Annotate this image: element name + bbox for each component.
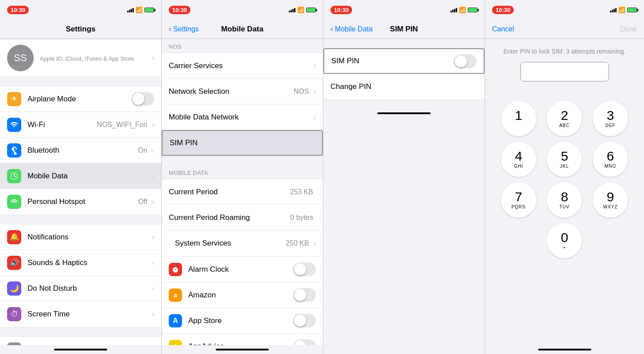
wifi-icon-3: 📶 [459, 7, 466, 13]
simpin-change-pin[interactable]: Change PIN [323, 74, 485, 100]
mobile-data-usage-group: Current Period 253 KB Current Period Roa… [162, 179, 323, 257]
settings-list: SS Apple ID, iCloud, iTunes & App Store … [0, 39, 161, 345]
mobiledata-back-label: Settings [173, 25, 199, 33]
amazon-label: Amazon [188, 291, 216, 300]
sounds-icon: 🔊 [7, 256, 21, 270]
change-pin-label: Change PIN [330, 82, 372, 91]
wifi-value: NOS_WIFI_Fon [97, 121, 147, 129]
donotdisturb-icon: 🌙 [7, 281, 21, 296]
settings-group-1: ✈ Airplane Mode Wi-Fi NOS_WIFI_Fon › [0, 86, 161, 215]
current-roaming-label: Current Period Roaming [169, 213, 250, 222]
md-mobile-data-network[interactable]: Mobile Data Network › [162, 104, 323, 130]
mobiledata-icon [7, 169, 21, 183]
md-simpin[interactable]: SIM PIN › [162, 130, 323, 156]
current-roaming-value: 0 bytes [290, 214, 313, 222]
simpin-toggle-row[interactable]: SIM PIN [323, 48, 485, 74]
wifi-icon-1: 📶 [136, 7, 143, 13]
appadvice-icon: ★ [169, 340, 182, 346]
mobiledata-chevron: › [152, 172, 154, 180]
key-2[interactable]: 2 ABC [547, 101, 582, 136]
md-alarm-clock[interactable]: ⏰ Alarm Clock [162, 257, 323, 282]
md-amazon[interactable]: a Amazon [162, 282, 323, 308]
settings-item-mobiledata[interactable]: Mobile Data › [0, 163, 161, 189]
app-store-toggle[interactable] [293, 314, 316, 327]
md-app-store[interactable]: A App Store [162, 308, 323, 334]
wifi-icon-4: 📶 [618, 7, 625, 13]
md-carrier-services[interactable]: Carrier Services › [162, 53, 323, 79]
key-7[interactable]: 7 PQRS [501, 182, 536, 218]
key-9[interactable]: 9 WXYZ [593, 182, 628, 218]
status-icons-4: 📶 [610, 7, 637, 13]
key-3[interactable]: 3 DEF [593, 101, 628, 136]
settings-item-notifications[interactable]: 🔔 Notifications › [0, 224, 161, 250]
app-store-label: App Store [188, 316, 222, 325]
status-bar-3: 10:30 📶 [323, 0, 485, 19]
wifi-settings-icon [7, 118, 21, 132]
key-8[interactable]: 8 TUV [547, 182, 582, 218]
simpin-title: SIM PIN [390, 25, 418, 34]
amazon-icon: a [169, 289, 182, 302]
profile-subtitle: Apple ID, iCloud, iTunes & App Store [40, 55, 152, 62]
pin-instruction: Enter PIN to lock SIM. 3 attempts remain… [494, 48, 634, 55]
status-bar-2: 10:30 📶 [162, 0, 323, 19]
key-6[interactable]: 6 MNO [593, 142, 628, 177]
md-network-selection[interactable]: Network Selection NOS › [162, 79, 323, 104]
status-icons-3: 📶 [450, 7, 477, 13]
settings-item-airplane[interactable]: ✈ Airplane Mode [0, 86, 161, 112]
amazon-toggle[interactable] [293, 288, 316, 302]
simpin-toggle[interactable] [454, 54, 477, 68]
settings-item-screentime[interactable]: ⏱ Screen Time › [0, 301, 161, 327]
profile-item[interactable]: SS Apple ID, iCloud, iTunes & App Store … [0, 39, 161, 77]
pin-input-field[interactable] [520, 62, 609, 81]
nos-label: NOS [162, 39, 323, 53]
settings-item-sounds[interactable]: 🔊 Sounds & Haptics › [0, 250, 161, 276]
md-current-period-roaming: Current Period Roaming 0 bytes [162, 205, 323, 231]
status-icons-2: 📶 [289, 7, 316, 13]
current-period-label: Current Period [169, 188, 218, 196]
key-4[interactable]: 4 GHI [501, 142, 536, 177]
md-current-period: Current Period 253 KB [162, 179, 323, 205]
keypad: 1 2 ABC 3 DEF 4 GHI 5 JKL 6 MNO [485, 92, 644, 267]
signal-icon-2 [289, 7, 295, 12]
done-button[interactable]: Done [620, 25, 637, 33]
settings-item-bluetooth[interactable]: Bluetooth On › [0, 138, 161, 163]
system-services-value: 250 KB [286, 239, 309, 247]
nos-group: Carrier Services › Network Selection NOS… [162, 53, 323, 156]
avatar: SS [7, 45, 34, 71]
screentime-label: Screen Time [27, 310, 70, 319]
wifi-chevron: › [152, 121, 154, 129]
network-selection-chevron: › [314, 88, 316, 96]
general-icon: ⚙ [7, 342, 21, 345]
simpin-back-button[interactable]: ‹ Mobile Data [330, 24, 372, 34]
key-5[interactable]: 5 JKL [547, 142, 582, 177]
alarm-clock-toggle[interactable] [293, 262, 316, 276]
home-indicator-2 [216, 349, 269, 350]
settings-item-hotspot[interactable]: Personal Hotspot Off › [0, 189, 161, 215]
mobiledata-back-button[interactable]: ‹ Settings [169, 24, 199, 34]
sounds-label: Sounds & Haptics [27, 258, 87, 267]
mobiledata-title: Mobile Data [221, 25, 263, 34]
settings-item-wifi[interactable]: Wi-Fi NOS_WIFI_Fon › [0, 112, 161, 138]
settings-item-donotdisturb[interactable]: 🌙 Do Not Disturb › [0, 276, 161, 301]
simpin-nav-header: ‹ Mobile Data SIM PIN [323, 19, 485, 39]
key-0[interactable]: 0 + [547, 223, 582, 258]
carrier-services-label: Carrier Services [169, 62, 223, 70]
settings-group-2: 🔔 Notifications › 🔊 Sounds & Haptics › 🌙… [0, 224, 161, 327]
settings-item-general[interactable]: ⚙ General › [0, 337, 161, 345]
time-3: 10:30 [330, 6, 352, 14]
md-system-services[interactable]: System Services 250 KB › [162, 231, 323, 256]
network-selection-label: Network Selection [169, 87, 229, 96]
home-indicator-4 [538, 349, 591, 350]
key-1[interactable]: 1 [501, 101, 536, 136]
bluetooth-chevron: › [152, 146, 154, 154]
system-services-chevron: › [314, 239, 316, 247]
app-store-icon: A [169, 314, 182, 327]
app-data-group: ⏰ Alarm Clock a Amazon A [162, 257, 323, 345]
appadvice-toggle[interactable] [293, 339, 316, 345]
signal-icon-1 [127, 7, 134, 12]
md-appadvice[interactable]: ★ AppAdvice [162, 334, 323, 345]
mobile-data-network-label: Mobile Data Network [169, 113, 239, 122]
airplane-toggle[interactable] [132, 92, 154, 106]
sounds-chevron: › [152, 259, 154, 267]
cancel-button[interactable]: Cancel [492, 25, 514, 33]
